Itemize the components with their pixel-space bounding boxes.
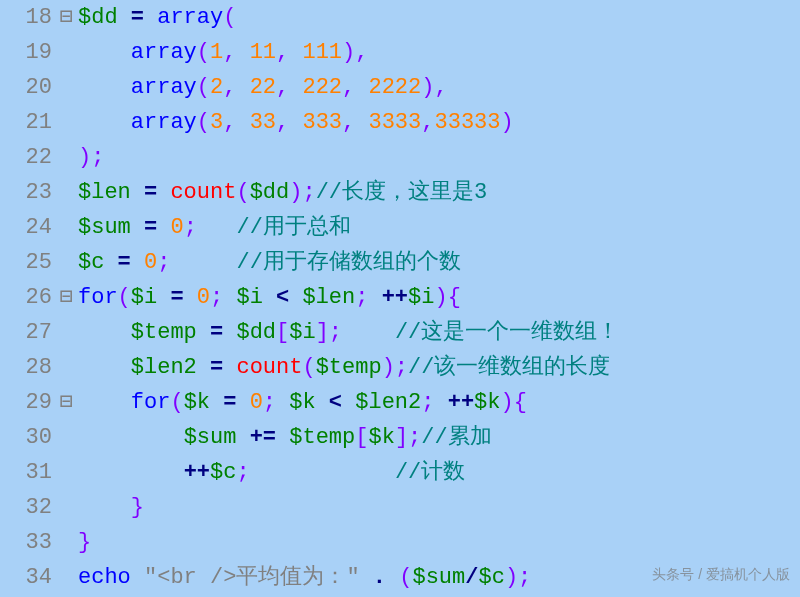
token-pn: ); <box>382 355 408 380</box>
token-var: $k <box>368 425 394 450</box>
token-pn <box>118 5 131 30</box>
token-pn: ){ <box>501 390 527 415</box>
token-var: $i <box>131 285 157 310</box>
token-pn <box>223 355 236 380</box>
token-pn <box>78 425 184 450</box>
token-var: $temp <box>316 355 382 380</box>
code-area: $dd = array( array(1, 11, 111), array(2,… <box>76 0 800 597</box>
token-pn <box>197 320 210 345</box>
token-num: 11 <box>250 40 276 65</box>
token-kw: array <box>131 40 197 65</box>
fold-spacer <box>56 420 76 455</box>
token-pn: ); <box>78 145 104 170</box>
token-pn: ( <box>302 355 315 380</box>
token-kw: array <box>157 5 223 30</box>
token-var: $dd <box>250 180 290 205</box>
token-num: 111 <box>302 40 342 65</box>
fold-spacer <box>56 70 76 105</box>
token-pn: ; <box>236 460 394 485</box>
watermark-text: 头条号 / 爱搞机个人版 <box>652 557 790 592</box>
token-pn: ( <box>170 390 183 415</box>
token-num: 333 <box>302 110 342 135</box>
fold-spacer <box>56 245 76 280</box>
token-pn <box>263 285 276 310</box>
token-pn: ), <box>342 40 368 65</box>
token-kw: for <box>78 285 118 310</box>
fold-toggle-icon[interactable]: ⊟ <box>56 385 76 420</box>
line-number: 19 <box>0 35 52 70</box>
token-pn <box>78 320 131 345</box>
token-pn: ( <box>386 565 412 590</box>
token-num: 2222 <box>368 75 421 100</box>
line-number: 18 <box>0 0 52 35</box>
line-number: 30 <box>0 420 52 455</box>
token-pn: ]; <box>395 425 421 450</box>
token-var: $i <box>408 285 434 310</box>
token-pn: ), <box>421 75 447 100</box>
token-op: = <box>144 215 157 240</box>
token-pn: ]; <box>316 320 395 345</box>
code-line: $len = count($dd);//长度，这里是3 <box>78 175 800 210</box>
code-line: $temp = $dd[$i]; //这是一个一维数组！ <box>78 315 800 350</box>
token-pn: , <box>223 110 249 135</box>
token-pn <box>157 180 170 205</box>
token-pn: ( <box>197 110 210 135</box>
token-pn: } <box>78 530 91 555</box>
token-var: $dd <box>78 5 118 30</box>
token-pn: , <box>223 75 249 100</box>
token-cm: //计数 <box>395 460 465 485</box>
fold-spacer <box>56 140 76 175</box>
token-kw: echo <box>78 565 131 590</box>
token-pn: , <box>276 75 302 100</box>
token-fn: count <box>170 180 236 205</box>
token-pn <box>197 355 210 380</box>
line-number: 29 <box>0 385 52 420</box>
token-pn <box>78 390 131 415</box>
token-pn <box>289 285 302 310</box>
token-op: = <box>210 355 223 380</box>
fold-spacer <box>56 210 76 245</box>
token-op: . <box>373 565 386 590</box>
token-num: 0 <box>250 390 263 415</box>
token-pn: ( <box>197 40 210 65</box>
token-op: < <box>276 285 289 310</box>
token-pn <box>104 250 117 275</box>
token-var: $c <box>78 250 104 275</box>
token-pn: ( <box>118 285 131 310</box>
code-line: array(1, 11, 111), <box>78 35 800 70</box>
token-cm: //长度，这里是3 <box>316 180 488 205</box>
code-line: $sum += $temp[$k];//累加 <box>78 420 800 455</box>
token-op: / <box>465 565 478 590</box>
token-pn: ; <box>263 390 289 415</box>
token-var: $sum <box>412 565 465 590</box>
token-var: $len2 <box>355 390 421 415</box>
token-pn: , <box>342 110 368 135</box>
code-line: ++$c; //计数 <box>78 455 800 490</box>
code-line: $len2 = count($temp);//该一维数组的长度 <box>78 350 800 385</box>
fold-toggle-icon[interactable]: ⊟ <box>56 0 76 35</box>
fold-toggle-icon[interactable]: ⊟ <box>56 280 76 315</box>
token-pn <box>360 565 373 590</box>
code-line: $c = 0; //用于存储数组的个数 <box>78 245 800 280</box>
token-pn: , <box>342 75 368 100</box>
token-kw: array <box>131 75 197 100</box>
token-pn: ( <box>236 180 249 205</box>
line-number: 23 <box>0 175 52 210</box>
token-pn: ( <box>197 75 210 100</box>
token-pn <box>276 425 289 450</box>
token-op: = <box>170 285 183 310</box>
token-num: 0 <box>170 215 183 240</box>
line-number: 33 <box>0 525 52 560</box>
token-op: ++ <box>382 285 408 310</box>
token-pn: ) <box>501 110 514 135</box>
token-pn <box>316 390 329 415</box>
token-var: $len2 <box>131 355 197 380</box>
line-number: 32 <box>0 490 52 525</box>
token-num: 0 <box>197 285 210 310</box>
code-line: $sum = 0; //用于总和 <box>78 210 800 245</box>
fold-spacer <box>56 525 76 560</box>
token-pn: ; <box>210 285 236 310</box>
token-var: $i <box>289 320 315 345</box>
token-cm: //这是一个一维数组！ <box>395 320 619 345</box>
token-var: $i <box>236 285 262 310</box>
